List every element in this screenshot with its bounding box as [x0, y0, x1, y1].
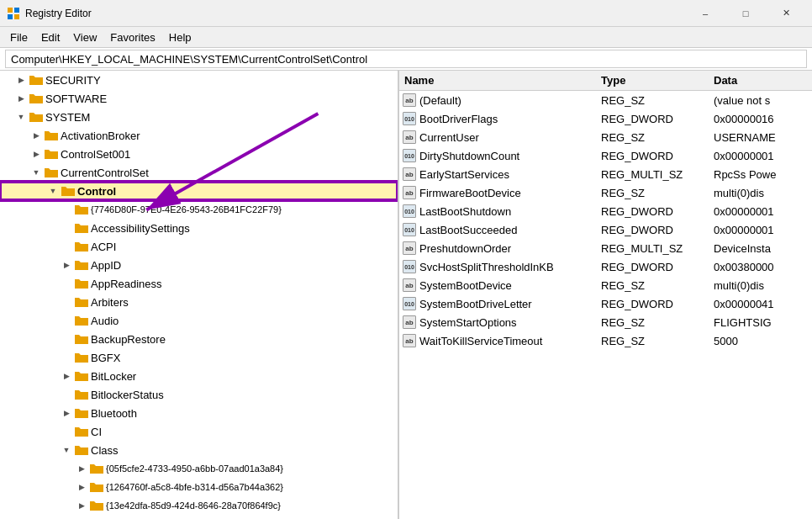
address-input[interactable]: [5, 50, 807, 68]
table-row[interactable]: ab WaitToKillServiceTimeout REG_SZ 5000: [399, 331, 812, 350]
table-row[interactable]: 010 LastBootShutdown REG_DWORD 0x0000000…: [399, 202, 812, 220]
tree-scroll[interactable]: ▶ SECURITY ▶ SOFTWARE ▼ SYSTE: [0, 71, 398, 519]
tree-node-accessibilitysettings[interactable]: AccessibilitySettings: [0, 219, 398, 237]
svg-marker-26: [90, 483, 103, 492]
menu-item-edit[interactable]: Edit: [34, 29, 66, 45]
expand-classguid2[interactable]: ▶: [76, 481, 87, 493]
close-button[interactable]: ✕: [767, 3, 805, 24]
folder-icon-activationbroker: [45, 129, 58, 142]
folder-icon-security: [29, 73, 43, 87]
table-row[interactable]: 010 BootDriverFlags REG_DWORD 0x00000016: [399, 109, 812, 128]
expand-bitlocker[interactable]: ▶: [61, 370, 72, 382]
node-label-backuprestore: BackupRestore: [91, 333, 166, 346]
folder-icon-appid: [75, 258, 88, 272]
expand-classguid1[interactable]: ▶: [76, 463, 87, 474]
table-row[interactable]: 010 SystemBootDriveLetter REG_DWORD 0x00…: [399, 294, 812, 313]
table-row[interactable]: ab (Default) REG_SZ (value not s: [399, 91, 812, 109]
tree-node-bluetooth[interactable]: ▶ Bluetooth: [0, 404, 398, 422]
minimize-button[interactable]: –: [686, 3, 725, 24]
tree-node-security[interactable]: ▶ SECURITY: [0, 71, 398, 89]
reg-type-icon: ab: [403, 315, 416, 329]
menu-item-file[interactable]: File: [3, 29, 34, 45]
menu-item-favorites[interactable]: Favorites: [103, 29, 161, 45]
tree-node-software[interactable]: ▶ SOFTWARE: [0, 89, 398, 108]
tree-node-currentcontrolset[interactable]: ▼ CurrentControlSet: [0, 163, 398, 182]
node-label-software: SOFTWARE: [45, 93, 107, 105]
tree-node-controlset001[interactable]: ▶ ControlSet001: [0, 145, 398, 163]
expand-bluetooth[interactable]: ▶: [61, 407, 72, 419]
table-row[interactable]: ab SystemStartOptions REG_SZ FLIGHTSIG: [399, 313, 812, 331]
cell-name: ab CurrentUser: [399, 130, 601, 144]
tree-node-backuprestore[interactable]: BackupRestore: [0, 330, 398, 348]
node-label-bgfx: BGFX: [91, 352, 120, 364]
expand-activationbroker[interactable]: ▶: [30, 130, 42, 141]
tree-node-system[interactable]: ▼ SYSTEM: [0, 108, 398, 126]
tree-node-guid1[interactable]: {7746D80F-97E0-4E26-9543-26B41FC22F79}: [0, 200, 398, 219]
svg-rect-0: [8, 8, 13, 13]
cell-name: ab (Default): [399, 93, 601, 107]
tree-node-bitlockerstatus[interactable]: BitlockerStatus: [0, 385, 398, 404]
expand-security[interactable]: ▶: [15, 74, 27, 86]
tree-node-bgfx[interactable]: BGFX: [0, 348, 398, 367]
expand-classguid3[interactable]: ▶: [76, 500, 87, 511]
expand-appid[interactable]: ▶: [61, 259, 72, 271]
node-label-acpi: ACPI: [91, 241, 116, 253]
tree-node-classguid3[interactable]: ▶ {13e42dfa-85d9-424d-8646-28a70f864f9c}: [0, 496, 398, 515]
node-label-controlset001: ControlSet001: [61, 148, 130, 161]
svg-marker-18: [75, 335, 88, 344]
folder-icon-currentcontrolset: [45, 166, 58, 179]
cell-name: ab SystemBootDevice: [399, 278, 601, 292]
tree-node-ci[interactable]: CI: [0, 422, 398, 441]
cell-data: 0x00000016: [710, 113, 812, 125]
table-row[interactable]: ab SystemBootDevice REG_SZ multi(0)dis: [399, 276, 812, 294]
table-row[interactable]: ab EarlyStartServices REG_MULTI_SZ RpcSs…: [399, 165, 812, 183]
menu-item-view[interactable]: View: [66, 29, 103, 45]
tree-node-class[interactable]: ▼ Class: [0, 441, 398, 459]
cell-data: multi(0)dis: [710, 187, 812, 199]
reg-name-label: LastBootSucceeded: [419, 224, 517, 236]
tree-node-arbiters[interactable]: Arbiters: [0, 293, 398, 311]
folder-icon-backuprestore: [75, 332, 88, 346]
svg-rect-1: [14, 8, 19, 13]
main-content: ▶ SECURITY ▶ SOFTWARE ▼ SYSTE: [0, 71, 812, 519]
expand-system[interactable]: ▼: [15, 111, 27, 123]
registry-table[interactable]: ab (Default) REG_SZ (value not s 010 Boo…: [399, 91, 812, 519]
expand-software[interactable]: ▶: [15, 93, 27, 104]
cell-data: DeviceInsta: [710, 242, 812, 255]
svg-marker-7: [45, 131, 58, 140]
tree-node-audio[interactable]: Audio: [0, 311, 398, 330]
expand-controlset001[interactable]: ▶: [30, 148, 42, 160]
cell-data: 0x00000001: [710, 150, 812, 162]
node-label-audio: Audio: [91, 315, 119, 327]
cell-name: ab FirmwareBootDevice: [399, 186, 601, 199]
reg-type-icon: 010: [403, 112, 416, 125]
tree-node-classguid2[interactable]: ▶ {1264760f-a5c8-4bfe-b314-d56a7b44a362}: [0, 478, 398, 496]
reg-type-icon: ab: [403, 167, 416, 181]
table-row[interactable]: 010 LastBootSucceeded REG_DWORD 0x000000…: [399, 220, 812, 239]
menu-item-help[interactable]: Help: [162, 29, 198, 45]
table-row[interactable]: ab CurrentUser REG_SZ USERNAME: [399, 128, 812, 146]
tree-node-appid[interactable]: ▶ AppID: [0, 256, 398, 274]
node-label-classguid2: {1264760f-a5c8-4bfe-b314-d56a7b44a362}: [106, 482, 283, 492]
maximize-button[interactable]: □: [726, 3, 765, 24]
expand-control[interactable]: ▼: [47, 185, 59, 197]
svg-marker-6: [29, 113, 43, 122]
table-row[interactable]: ab FirmwareBootDevice REG_SZ multi(0)dis: [399, 183, 812, 202]
cell-data: 0x00000041: [710, 298, 812, 310]
tree-node-control[interactable]: ▼ Control: [0, 182, 398, 200]
expand-currentcontrolset[interactable]: ▼: [30, 167, 42, 178]
table-row[interactable]: ab PreshutdownOrder REG_MULTI_SZ DeviceI…: [399, 239, 812, 257]
cell-name: 010 LastBootSucceeded: [399, 223, 601, 236]
node-label-control: Control: [77, 185, 116, 198]
tree-node-activationbroker[interactable]: ▶ ActivationBroker: [0, 126, 398, 145]
reg-name-label: BootDriverFlags: [419, 113, 498, 125]
tree-node-appreadiness[interactable]: AppReadiness: [0, 274, 398, 293]
table-row[interactable]: 010 DirtyShutdownCount REG_DWORD 0x00000…: [399, 146, 812, 165]
tree-node-bitlocker[interactable]: ▶ BitLocker: [0, 367, 398, 385]
table-row[interactable]: 010 SvcHostSplitThresholdInKB REG_DWORD …: [399, 257, 812, 276]
folder-icon-classguid1: [90, 462, 103, 475]
expand-class[interactable]: ▼: [61, 444, 72, 456]
svg-marker-8: [45, 150, 58, 159]
tree-node-classguid1[interactable]: ▶ {05f5cfe2-4733-4950-a6bb-07aad01a3a84}: [0, 459, 398, 478]
tree-node-acpi[interactable]: ACPI: [0, 237, 398, 256]
